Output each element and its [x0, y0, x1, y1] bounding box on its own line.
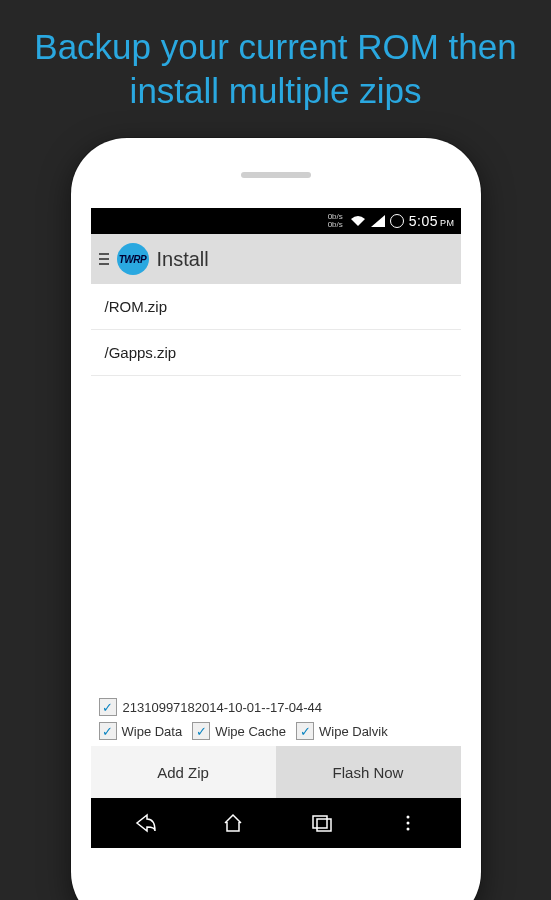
wifi-icon [350, 215, 366, 227]
wipe-options-row: Wipe Data Wipe Cache Wipe Dalvik [91, 719, 461, 746]
add-zip-button[interactable]: Add Zip [91, 746, 276, 798]
list-item[interactable]: /ROM.zip [91, 284, 461, 330]
promo-headline: Backup your current ROM then install mul… [0, 0, 551, 128]
battery-circle-icon [390, 214, 404, 228]
svg-rect-1 [317, 819, 331, 831]
action-bar: TWRP Install [91, 234, 461, 284]
signal-icon [371, 215, 385, 227]
svg-point-2 [407, 816, 410, 819]
checkbox-checked-icon[interactable] [296, 722, 314, 740]
svg-point-3 [407, 822, 410, 825]
clock: 5:05 PM [409, 213, 455, 229]
wipe-cache-checkbox[interactable]: Wipe Cache [192, 722, 286, 740]
screen: 0b/s 0b/s 5:05 PM TWRP Install [91, 208, 461, 848]
checkbox-checked-icon[interactable] [192, 722, 210, 740]
list-item[interactable]: /Gapps.zip [91, 330, 461, 376]
backup-label: 213109971820​14-10-01--17-04-44 [123, 700, 323, 715]
file-list: /ROM.zip /Gapps.zip 213109971820​14-10-0… [91, 284, 461, 798]
back-icon[interactable] [133, 813, 157, 833]
home-icon[interactable] [221, 813, 245, 833]
button-row: Add Zip Flash Now [91, 746, 461, 798]
recents-icon[interactable] [310, 813, 334, 833]
svg-point-4 [407, 828, 410, 831]
network-speed: 0b/s 0b/s [328, 213, 343, 229]
checkbox-checked-icon[interactable] [99, 722, 117, 740]
menu-icon[interactable] [99, 253, 109, 265]
phone-frame: 0b/s 0b/s 5:05 PM TWRP Install [71, 138, 481, 900]
checkbox-checked-icon[interactable] [99, 698, 117, 716]
flash-now-button[interactable]: Flash Now [276, 746, 461, 798]
wipe-dalvik-checkbox[interactable]: Wipe Dalvik [296, 722, 388, 740]
wipe-data-checkbox[interactable]: Wipe Data [99, 722, 183, 740]
navigation-bar [91, 798, 461, 848]
app-logo: TWRP [117, 243, 149, 275]
page-title: Install [157, 248, 209, 271]
status-bar: 0b/s 0b/s 5:05 PM [91, 208, 461, 234]
backup-checkbox-row[interactable]: 213109971820​14-10-01--17-04-44 [91, 695, 461, 719]
svg-rect-0 [313, 816, 327, 828]
menu-dots-icon[interactable] [398, 813, 418, 833]
